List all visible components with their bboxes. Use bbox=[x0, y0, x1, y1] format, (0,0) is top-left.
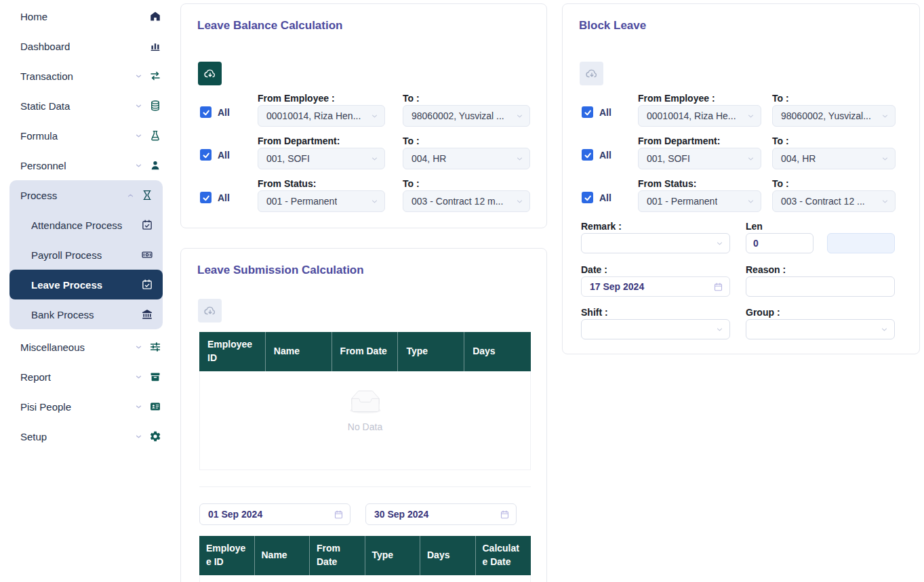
sidebar-item-bank-process[interactable]: Bank Process bbox=[9, 299, 163, 329]
sidebar-item-pisi-people[interactable]: Pisi People bbox=[0, 392, 171, 421]
from-employee-label: From Employee : bbox=[638, 93, 715, 104]
chevron-down-icon bbox=[515, 154, 524, 163]
cloud-download-icon bbox=[203, 304, 217, 318]
all-label: All bbox=[599, 150, 611, 161]
sidebar-item-attendance-process[interactable]: Attendance Process bbox=[9, 210, 163, 240]
to-status-select[interactable]: 003 - Contract 12 m... bbox=[403, 190, 530, 212]
date-to-picker[interactable]: 30 Sep 2024 bbox=[365, 503, 517, 525]
chevron-down-icon bbox=[134, 161, 143, 170]
sidebar-item-leave-process[interactable]: Leave Process bbox=[9, 270, 163, 299]
sidebar: Home Dashboard Transaction Static Data F… bbox=[0, 0, 171, 582]
column-header: From Date bbox=[310, 536, 365, 575]
bar-chart-icon bbox=[149, 40, 161, 52]
from-department-select[interactable]: 001, SOFI bbox=[258, 148, 385, 169]
all-checkbox[interactable]: All bbox=[582, 106, 611, 118]
no-data-text: No Data bbox=[346, 421, 384, 432]
all-checkbox[interactable]: All bbox=[200, 192, 230, 203]
banknote-icon bbox=[141, 249, 153, 261]
select-value: 004, HR bbox=[781, 153, 816, 164]
to-department-label: To : bbox=[772, 136, 789, 146]
from-employee-select[interactable]: 00010014, Riza He... bbox=[638, 105, 761, 127]
from-status-select[interactable]: 001 - Permanent bbox=[638, 190, 761, 212]
sidebar-item-setup[interactable]: Setup bbox=[0, 421, 171, 451]
to-employee-label: To : bbox=[403, 93, 420, 104]
chevron-down-icon bbox=[515, 112, 524, 121]
select-value: 001 - Permanent bbox=[647, 196, 717, 207]
to-employee-select[interactable]: 98060002, Yusvizal... bbox=[772, 105, 896, 127]
all-label: All bbox=[218, 150, 230, 161]
shift-label: Shift : bbox=[581, 307, 608, 318]
block-leave-card: Block Leave All From Employee : 00010014… bbox=[562, 3, 920, 354]
sidebar-item-transaction[interactable]: Transaction bbox=[0, 61, 171, 91]
sidebar-item-payroll-process[interactable]: Payroll Process bbox=[9, 240, 163, 270]
chevron-down-icon bbox=[881, 154, 889, 163]
flask-icon bbox=[149, 129, 161, 142]
checkbox-checked-icon bbox=[200, 192, 212, 203]
submission-table-body: No Data bbox=[199, 371, 531, 470]
chevron-down-icon bbox=[134, 432, 143, 441]
select-value: 001 - Permanent bbox=[266, 196, 337, 207]
sidebar-item-report[interactable]: Report bbox=[0, 362, 171, 392]
all-checkbox[interactable]: All bbox=[200, 149, 230, 161]
archive-icon bbox=[149, 371, 161, 383]
column-header: Name bbox=[255, 536, 310, 575]
len-value: 0 bbox=[753, 238, 759, 249]
from-employee-select[interactable]: 00010014, Riza Hen... bbox=[258, 105, 385, 127]
date-from-picker[interactable]: 01 Sep 2024 bbox=[199, 503, 350, 525]
column-header: Employee ID bbox=[199, 332, 266, 371]
sidebar-item-home[interactable]: Home bbox=[0, 1, 171, 31]
cloud-download-button[interactable] bbox=[198, 62, 222, 85]
from-employee-label: From Employee : bbox=[258, 93, 335, 104]
chevron-down-icon bbox=[134, 131, 143, 140]
empty-state: No Data bbox=[346, 390, 384, 432]
group-label: Group : bbox=[746, 307, 780, 318]
calculation-table-body bbox=[199, 575, 531, 582]
sidebar-item-miscellaneous[interactable]: Miscellaneous bbox=[0, 332, 171, 362]
from-department-select[interactable]: 001, SOFI bbox=[638, 148, 761, 169]
column-header: Employee ID bbox=[199, 536, 255, 575]
chevron-up-icon bbox=[126, 191, 135, 200]
sliders-icon bbox=[149, 341, 161, 353]
from-status-select[interactable]: 001 - Permanent bbox=[258, 190, 385, 212]
chevron-down-icon bbox=[134, 72, 143, 81]
sidebar-item-label: Home bbox=[20, 11, 149, 22]
cloud-download-button[interactable] bbox=[198, 299, 222, 323]
to-employee-select[interactable]: 98060002, Yusvizal ... bbox=[403, 105, 530, 127]
len-secondary-input[interactable] bbox=[827, 233, 895, 253]
len-input[interactable]: 0 bbox=[746, 233, 813, 253]
home-icon bbox=[149, 10, 161, 22]
sidebar-item-formula[interactable]: Formula bbox=[0, 121, 171, 150]
to-department-label: To : bbox=[403, 136, 420, 146]
from-status-label: From Status: bbox=[638, 178, 696, 189]
calendar-icon bbox=[500, 510, 510, 520]
to-status-select[interactable]: 003 - Contract 12 ... bbox=[772, 190, 896, 212]
checkbox-checked-icon bbox=[582, 149, 593, 161]
to-department-select[interactable]: 004, HR bbox=[772, 148, 896, 169]
date-value: 01 Sep 2024 bbox=[208, 509, 262, 520]
person-icon bbox=[149, 159, 161, 171]
chevron-down-icon bbox=[746, 154, 755, 163]
calendar-icon bbox=[334, 510, 344, 520]
date-picker[interactable]: 17 Sep 2024 bbox=[581, 276, 730, 297]
chevron-down-icon bbox=[370, 154, 379, 163]
checkbox-checked-icon bbox=[582, 106, 593, 118]
shift-select[interactable] bbox=[581, 319, 730, 339]
sidebar-item-label: Static Data bbox=[20, 100, 134, 112]
all-checkbox[interactable]: All bbox=[582, 192, 611, 203]
to-department-select[interactable]: 004, HR bbox=[403, 148, 530, 169]
sidebar-item-personnel[interactable]: Personnel bbox=[0, 150, 171, 180]
group-select[interactable] bbox=[746, 319, 895, 339]
all-checkbox[interactable]: All bbox=[582, 149, 611, 161]
reason-input[interactable] bbox=[746, 276, 895, 297]
sidebar-item-dashboard[interactable]: Dashboard bbox=[0, 31, 171, 61]
sidebar-item-static-data[interactable]: Static Data bbox=[0, 91, 171, 121]
cloud-download-button[interactable] bbox=[580, 62, 603, 85]
cloud-download-icon bbox=[203, 67, 217, 81]
sidebar-item-label: Bank Process bbox=[31, 309, 141, 320]
chevron-down-icon bbox=[880, 325, 889, 334]
sidebar-item-process[interactable]: Process bbox=[9, 180, 163, 210]
remark-select[interactable] bbox=[581, 233, 730, 253]
calculation-table-header: Employee ID Name From Date Type Days Cal… bbox=[199, 536, 531, 575]
all-checkbox[interactable]: All bbox=[200, 106, 230, 118]
sidebar-item-label: Transaction bbox=[20, 70, 134, 82]
